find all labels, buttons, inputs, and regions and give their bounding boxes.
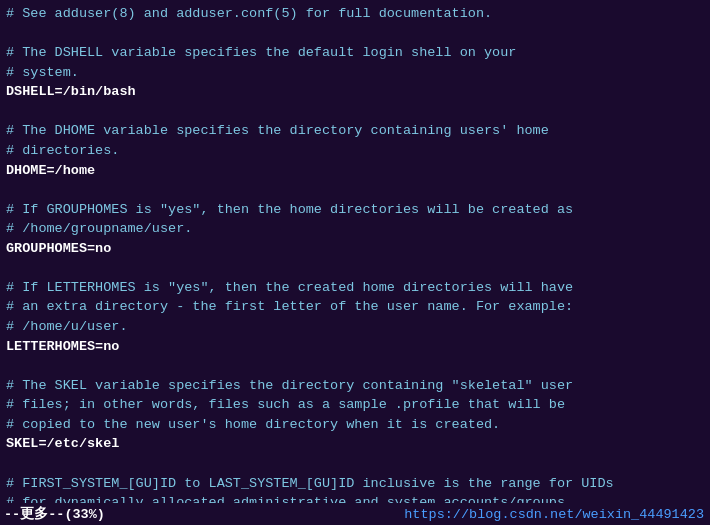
status-left: --更多--(33%) [4,505,105,523]
terminal-line: # See adduser(8) and adduser.conf(5) for… [6,4,704,24]
terminal-line: LETTERHOMES=no [6,337,704,357]
terminal-line: SKEL=/etc/skel [6,434,704,454]
terminal-line: # If LETTERHOMES is "yes", then the crea… [6,278,704,298]
blank-line [6,180,704,200]
status-bar: --更多--(33%) https://blog.csdn.net/weixin… [0,503,710,525]
terminal-content: # See adduser(8) and adduser.conf(5) for… [6,4,704,525]
terminal-line: GROUPHOMES=no [6,239,704,259]
terminal-line: # an extra directory - the first letter … [6,297,704,317]
terminal-line: # The SKEL variable specifies the direct… [6,376,704,396]
terminal-line: # files; in other words, files such as a… [6,395,704,415]
blank-line [6,24,704,44]
terminal-line: # system. [6,63,704,83]
terminal-line: # If GROUPHOMES is "yes", then the home … [6,200,704,220]
terminal-line: # /home/groupname/user. [6,219,704,239]
terminal-line: # FIRST_SYSTEM_[GU]ID to LAST_SYSTEM_[GU… [6,474,704,494]
blank-line [6,258,704,278]
blank-line [6,102,704,122]
terminal-line: DHOME=/home [6,161,704,181]
blank-line [6,454,704,474]
terminal-line: # /home/u/user. [6,317,704,337]
terminal-line: # The DSHELL variable specifies the defa… [6,43,704,63]
terminal-window: # See adduser(8) and adduser.conf(5) for… [0,0,710,525]
terminal-line: # directories. [6,141,704,161]
terminal-line: DSHELL=/bin/bash [6,82,704,102]
terminal-line: # copied to the new user's home director… [6,415,704,435]
status-url: https://blog.csdn.net/weixin_44491423 [404,507,704,522]
blank-line [6,356,704,376]
terminal-line: # The DHOME variable specifies the direc… [6,121,704,141]
